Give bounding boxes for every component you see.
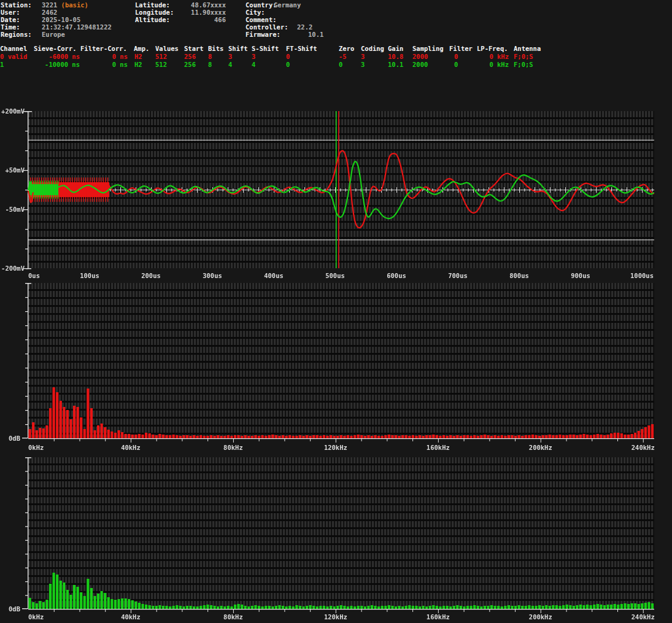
column-header: Sampling — [412, 45, 444, 52]
header-value: Europe — [42, 31, 65, 38]
channel-cell: 0 — [286, 53, 290, 60]
column-header: Filter-Corr. — [80, 45, 127, 52]
channel-cell: 1 — [0, 61, 4, 68]
waveform-x-label: 800us — [504, 272, 535, 279]
waveform-x-label: 400us — [258, 272, 289, 279]
channel-cell: 4 — [252, 61, 255, 68]
channel-cell: 4 — [228, 61, 232, 68]
column-header: Coding — [361, 45, 384, 52]
channel-cell: 8 — [208, 61, 212, 68]
spectrum-plot-channel-0 — [0, 279, 672, 445]
channel-cell: -5 — [339, 53, 347, 60]
spectrum-y-label: 0dB — [0, 605, 20, 613]
column-header: Values — [155, 45, 179, 52]
waveform-x-label: 200us — [136, 272, 166, 279]
waveform-x-label: 100us — [74, 272, 105, 279]
channel-cell: F;0;S — [514, 61, 533, 68]
channel-cell: 512 — [155, 53, 167, 60]
waveform-x-label: 0us — [28, 272, 40, 279]
spectrum-x-label: 240kHz — [628, 613, 658, 621]
channel-cell: 10.8 — [388, 53, 403, 60]
channel-cell: 8 — [208, 53, 212, 60]
header-value: 21:32:47.129481222 — [42, 23, 112, 31]
spectrum-x-label: 80kHz — [218, 444, 249, 451]
channel-cell: 0 kHz — [473, 61, 509, 68]
channel-cell: 0 kHz — [473, 53, 509, 60]
header-value: 10.1 — [308, 31, 323, 38]
spectrum-x-label: 160kHz — [423, 613, 454, 621]
waveform-y-label: -200mV — [0, 265, 25, 272]
channel-cell: 2000 — [412, 53, 428, 60]
waveform-y-label: +200mV — [0, 107, 25, 115]
column-header: Filter — [449, 45, 473, 52]
channel-cell: H2 — [134, 61, 142, 68]
channel-cell: 2000 — [412, 61, 428, 68]
spectrum-x-label: 40kHz — [115, 613, 146, 621]
channel-cell: -10000 ns — [25, 61, 80, 68]
channel-cell: 10.1 — [388, 61, 403, 68]
header-value: 48.67xxxx — [172, 1, 226, 9]
header-value: Germany — [274, 1, 301, 9]
column-header: S-Shift — [252, 45, 279, 52]
spectrum-x-label: 240kHz — [628, 444, 658, 451]
channel-cell: 0 — [454, 61, 458, 68]
spectrum-x-label: 200kHz — [525, 444, 556, 451]
channel-cell: 0 valid — [0, 53, 27, 60]
column-header: Channel — [0, 45, 27, 52]
station-signal-monitor-page: Station:3221 (basic)User:2462Date:2025-1… — [0, 0, 672, 623]
waveform-y-label: -50mV — [0, 206, 25, 213]
channel-cell: 512 — [155, 61, 167, 68]
channel-cell: 0 ns — [92, 61, 128, 68]
header-label: Date: — [1, 16, 20, 23]
waveform-x-label: 300us — [197, 272, 228, 279]
header-label: Country: — [245, 1, 277, 9]
column-header: LP-Freq. — [477, 45, 508, 52]
column-header: Antenna — [514, 45, 541, 52]
channel-cell: H2 — [134, 53, 142, 60]
header-label: Firmware: — [245, 31, 280, 38]
column-header: Sieve-Corr. — [34, 45, 77, 52]
header-value: 2462 — [42, 9, 57, 16]
column-header: Start — [184, 45, 204, 52]
waveform-plot — [0, 104, 672, 273]
header-label: Comment: — [245, 16, 277, 23]
channel-cell: 3 — [361, 53, 365, 60]
spectrum-x-label: 160kHz — [423, 444, 454, 451]
waveform-x-label: 900us — [565, 272, 596, 279]
header-label: Regions: — [1, 31, 32, 38]
waveform-x-label: 1000us — [627, 272, 657, 279]
channel-cell: 3 — [252, 53, 255, 60]
channel-cell: 0 — [454, 53, 458, 60]
header-label: Longitude: — [135, 9, 174, 16]
column-header: Bits — [208, 45, 223, 52]
column-header: Shift — [228, 45, 248, 52]
header-label: Time: — [1, 23, 20, 31]
header-label: City: — [245, 9, 265, 16]
header-label: Altitude: — [135, 16, 170, 23]
header-label: User: — [1, 9, 20, 16]
spectrum-x-label: 80kHz — [218, 613, 249, 621]
column-header: FT-Shift — [286, 45, 317, 52]
header-value-suffix: (basic) — [57, 1, 88, 9]
spectrum-x-label: 120kHz — [320, 444, 351, 451]
spectrum-x-label: 40kHz — [115, 444, 146, 451]
spectrum-x-label: 120kHz — [320, 613, 351, 621]
spectrum-x-label: 0kHz — [28, 613, 44, 621]
channel-cell: 256 — [184, 61, 196, 68]
column-header: Gain — [388, 45, 403, 52]
header-value: 2025-10-05 — [42, 16, 80, 23]
column-header: Amp. — [134, 45, 149, 52]
header-value: 11.90xxxx — [172, 9, 226, 16]
channel-cell: 256 — [184, 53, 196, 60]
header-value: 3221 (basic) — [42, 1, 88, 9]
channel-cell: 0 — [286, 61, 290, 68]
spectrum-x-label: 0kHz — [28, 444, 44, 451]
waveform-x-label: 600us — [381, 272, 412, 279]
column-header: Zero — [339, 45, 354, 52]
channel-cell: 0 ns — [92, 53, 128, 60]
channel-cell: 3 — [361, 61, 365, 68]
channel-cell: -6000 ns — [25, 53, 80, 60]
header-value: 22.2 — [297, 23, 312, 31]
spectrum-plot-channel-1 — [0, 454, 672, 615]
waveform-x-label: 500us — [320, 272, 350, 279]
